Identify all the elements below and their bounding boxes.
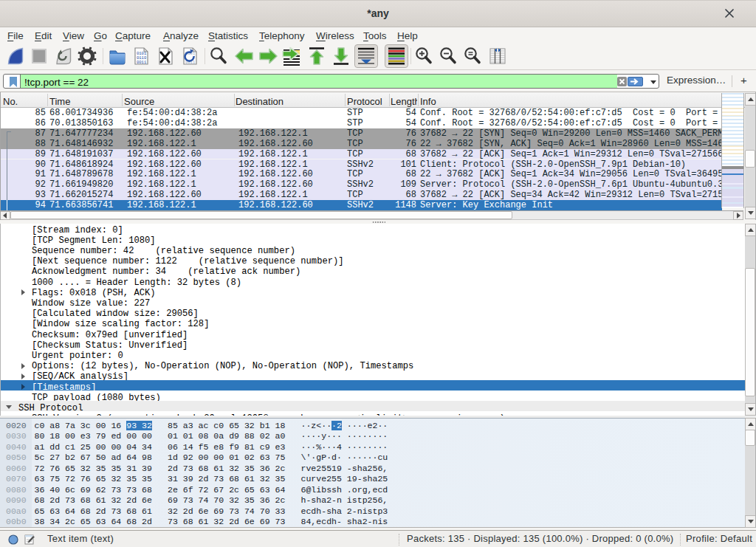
svg-text:0011: 0011 (137, 60, 147, 65)
